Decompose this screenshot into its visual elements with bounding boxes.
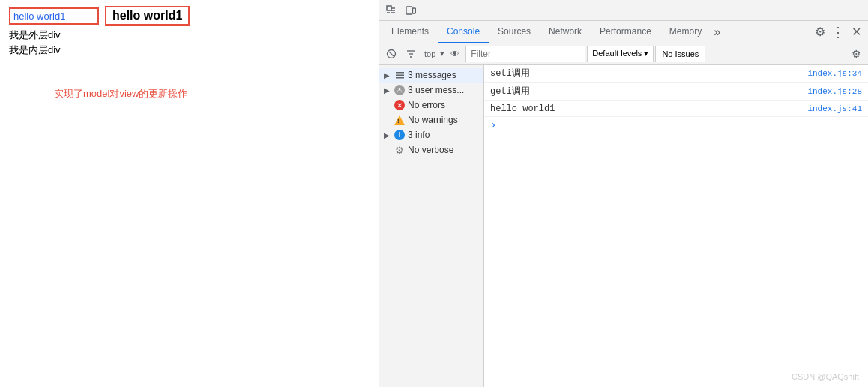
- svg-rect-14: [396, 77, 404, 79]
- warning-icon: [394, 115, 405, 125]
- inspect-icon-btn[interactable]: [382, 2, 400, 20]
- tab-performance[interactable]: Performance: [591, 21, 660, 44]
- eye-icon: 👁: [450, 49, 459, 59]
- svg-line-8: [389, 52, 394, 56]
- msg-messages-label: 3 messages: [408, 70, 456, 80]
- list-icon: [394, 70, 405, 80]
- inner-div-text: 我是内层div: [9, 44, 370, 57]
- tab-memory[interactable]: Memory: [660, 21, 711, 44]
- outer-div-text: 我是外层div: [9, 28, 370, 42]
- eye-icon-btn[interactable]: 👁: [446, 45, 464, 63]
- msg-errors-label: No errors: [408, 100, 445, 110]
- tab-network[interactable]: Network: [540, 21, 591, 44]
- msg-group-info[interactable]: ▶ i 3 info: [379, 128, 483, 142]
- msg-arrow-user: ▶: [384, 86, 391, 94]
- msg-verbose-label: No verbose: [408, 145, 453, 155]
- console-output: seti调用 index.js:34 geti调用 index.js:28 he…: [484, 64, 868, 387]
- msg-group-user[interactable]: ▶ 3 user mess...: [379, 82, 483, 98]
- web-content: hello world1 我是外层div 我是内层div 实现了model对vi…: [0, 0, 379, 387]
- more-tabs-icon[interactable]: »: [711, 26, 723, 39]
- console-line-link-1[interactable]: index.js:28: [807, 87, 862, 96]
- hello-display-text: hello world1: [105, 6, 190, 26]
- context-selector[interactable]: top: [421, 50, 438, 58]
- default-levels-label: Default levels ▾: [592, 49, 648, 58]
- svg-rect-12: [396, 72, 404, 74]
- devtools-panel: Elements Console Sources Network Perform…: [379, 0, 868, 387]
- msg-group-warnings[interactable]: ▶ No warnings: [379, 112, 483, 128]
- prompt-arrow-icon: ›: [490, 119, 496, 131]
- console-toolbar: top ▾ 👁 Default levels ▾ No Issues ⚙: [379, 44, 868, 64]
- error-icon: ✕: [394, 100, 405, 110]
- msg-warnings-label: No warnings: [408, 115, 458, 125]
- msg-user-label: 3 user mess...: [408, 85, 464, 95]
- msg-arrow-messages: ▶: [384, 71, 391, 80]
- default-levels-btn[interactable]: Default levels ▾: [587, 46, 654, 62]
- devtools-top-bar: [379, 0, 868, 21]
- svg-rect-0: [387, 6, 391, 10]
- context-arrow: ▾: [440, 49, 444, 58]
- msg-group-messages[interactable]: ▶ 3 messages: [379, 68, 483, 82]
- svg-rect-5: [406, 7, 412, 14]
- device-toggle-btn[interactable]: [402, 2, 420, 20]
- devtools-close-btn[interactable]: ✕: [847, 23, 865, 41]
- svg-point-15: [399, 88, 401, 90]
- console-settings-btn[interactable]: ⚙: [847, 45, 865, 63]
- console-line-text-0: seti调用: [490, 67, 807, 80]
- console-line-1: geti调用 index.js:28: [484, 82, 868, 100]
- devtools-tabs: Elements Console Sources Network Perform…: [379, 21, 868, 44]
- msg-group-verbose[interactable]: ▶ ⚙ No verbose: [379, 142, 483, 158]
- console-line-text-2: hello world1: [490, 104, 807, 114]
- verbose-icon: ⚙: [394, 145, 405, 155]
- console-line-text-1: geti调用: [490, 85, 807, 98]
- tab-elements[interactable]: Elements: [382, 21, 438, 44]
- console-line-link-2[interactable]: index.js:41: [807, 104, 862, 113]
- console-toolbar-left: top ▾ 👁 Default levels ▾ No Issues: [382, 45, 705, 63]
- tab-console[interactable]: Console: [438, 21, 489, 44]
- console-clear-btn[interactable]: [382, 45, 400, 63]
- info-icon: i: [394, 130, 405, 140]
- console-prompt: ›: [484, 117, 868, 134]
- console-line-link-0[interactable]: index.js:34: [807, 69, 862, 78]
- gear-icon: ⚙: [395, 145, 404, 156]
- user-icon: [394, 85, 405, 95]
- msg-info-label: 3 info: [408, 130, 430, 140]
- hello-input[interactable]: [9, 8, 99, 25]
- prompt-cursor[interactable]: [501, 119, 862, 131]
- msg-group-errors[interactable]: ▶ ✕ No errors: [379, 98, 483, 112]
- console-filter-toggle-btn[interactable]: [402, 45, 420, 63]
- svg-rect-6: [413, 8, 416, 14]
- devtools-main: ▶ 3 messages ▶: [379, 64, 868, 387]
- svg-rect-13: [396, 74, 404, 76]
- console-line-2: hello world1 index.js:41: [484, 100, 868, 117]
- filter-input[interactable]: [465, 46, 585, 62]
- devtools-more-icon[interactable]: ⋮: [829, 23, 847, 41]
- console-toolbar-right: ⚙: [708, 45, 865, 63]
- tab-sources[interactable]: Sources: [489, 21, 540, 44]
- msg-arrow-info: ▶: [384, 131, 391, 140]
- console-line-0: seti调用 index.js:34: [484, 64, 868, 82]
- model-update-text: 实现了model对view的更新操作: [54, 87, 370, 100]
- watermark: CSDN @QAQshift: [792, 372, 859, 381]
- hello-input-row: hello world1: [9, 6, 370, 26]
- no-issues-btn[interactable]: No Issues: [655, 46, 705, 62]
- devtools-settings-btn[interactable]: ⚙: [811, 23, 829, 41]
- messages-sidebar: ▶ 3 messages ▶: [379, 64, 484, 387]
